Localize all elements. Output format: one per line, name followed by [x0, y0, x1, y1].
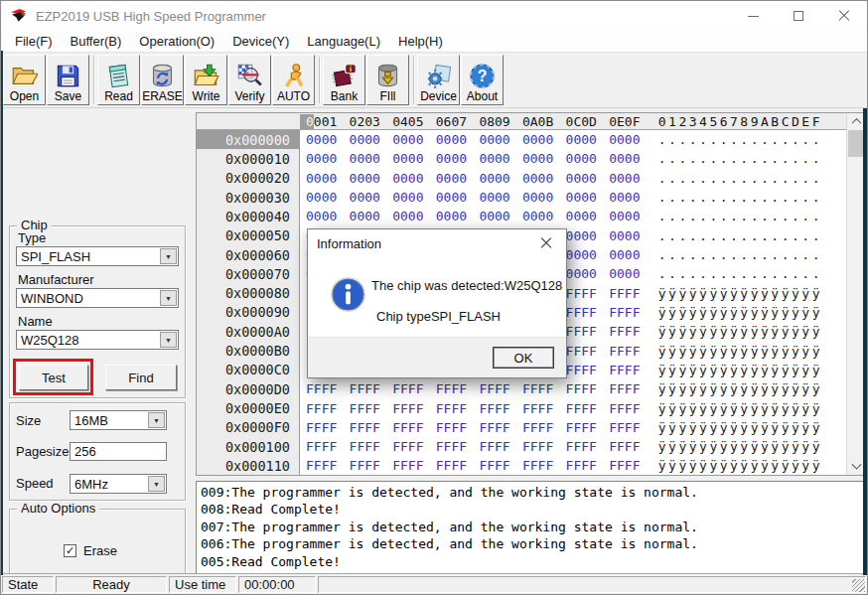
hex-cell[interactable]: 0000 — [603, 171, 647, 186]
hex-cell[interactable]: 0000 — [430, 151, 474, 166]
minimize-button[interactable] — [730, 1, 776, 31]
hex-cell[interactable]: 0000 — [473, 132, 516, 147]
hex-cell[interactable]: FFFF — [603, 439, 647, 454]
hex-cell[interactable]: FFFF — [516, 401, 560, 416]
hex-cell[interactable]: 0000 — [344, 190, 387, 205]
hex-cell[interactable]: FFFF — [560, 401, 604, 416]
toolbar-button-bank[interactable]: iBank — [323, 55, 365, 105]
hex-cell[interactable]: FFFF — [344, 439, 387, 454]
hex-cell[interactable]: FFFF — [344, 381, 387, 396]
chip-manufacturer-select[interactable]: WINBOND ▼ — [16, 288, 179, 308]
hex-cell[interactable]: FFFF — [560, 420, 604, 435]
hex-cell[interactable]: FFFF — [560, 381, 604, 396]
scrollbar-thumb[interactable] — [848, 130, 864, 157]
hex-cell[interactable]: FFFF — [603, 324, 647, 339]
hex-cell[interactable]: FFFF — [516, 420, 560, 435]
hex-cell[interactable]: 0000 — [516, 151, 560, 166]
hex-cell[interactable]: 0000 — [473, 171, 516, 186]
hex-cell[interactable]: FFFF — [386, 439, 430, 454]
chevron-down-icon[interactable]: ▼ — [160, 290, 177, 306]
hex-cell[interactable]: 0000 — [430, 190, 474, 205]
hex-cell[interactable]: FFFF — [603, 458, 647, 473]
close-button[interactable] — [821, 1, 867, 31]
maximize-button[interactable] — [776, 1, 821, 31]
hex-cell[interactable]: FFFF — [430, 439, 474, 454]
hex-cell[interactable]: 0000 — [603, 190, 647, 205]
hex-cell[interactable]: FFFF — [300, 439, 344, 454]
hex-cell[interactable]: 0000 — [386, 190, 430, 205]
toolbar-button-about[interactable]: ?About — [461, 55, 504, 105]
chevron-down-icon[interactable]: ▼ — [160, 248, 177, 264]
hex-cell[interactable]: FFFF — [473, 439, 516, 454]
toolbar-button-save[interactable]: Save — [47, 55, 89, 105]
hex-cell[interactable]: 0000 — [560, 209, 604, 223]
ok-button[interactable]: OK — [493, 347, 554, 369]
hex-cell[interactable]: 0000 — [344, 171, 387, 186]
hex-cell[interactable]: FFFF — [300, 458, 344, 473]
toolbar-button-write[interactable]: Write — [185, 55, 227, 105]
chevron-down-icon[interactable]: ▼ — [148, 476, 165, 492]
hex-cell[interactable]: 0000 — [386, 209, 430, 223]
hex-cell[interactable]: FFFF — [603, 381, 647, 396]
chip-name-select[interactable]: W25Q128 ▼ — [16, 330, 179, 350]
hex-cell[interactable]: FFFF — [386, 381, 430, 396]
hex-cell[interactable]: 0000 — [516, 132, 560, 147]
hex-cell[interactable]: FFFF — [603, 401, 647, 416]
hex-cell[interactable]: 0000 — [560, 190, 604, 205]
toolbar-button-read[interactable]: Read — [97, 55, 140, 105]
hex-cell[interactable]: FFFF — [300, 381, 344, 396]
toolbar-button-erase[interactable]: ERASE — [141, 55, 184, 105]
dialog-close-button[interactable] — [526, 229, 566, 257]
toolbar-button-auto[interactable]: AUTO — [272, 55, 315, 105]
hex-vertical-scrollbar[interactable] — [846, 113, 864, 475]
hex-cell[interactable]: 0000 — [344, 209, 387, 223]
pagesize-input[interactable]: 256 — [70, 442, 167, 461]
hex-cell[interactable]: 0000 — [430, 171, 474, 186]
hex-cell[interactable]: 0000 — [300, 151, 344, 166]
size-select[interactable]: 16MB ▼ — [70, 410, 167, 430]
toolbar-button-open[interactable]: Open — [3, 55, 46, 105]
hex-cell[interactable]: 0000 — [603, 209, 647, 223]
hex-cell[interactable]: 0000 — [430, 209, 474, 223]
menu-item-language[interactable]: Language(L) — [298, 31, 389, 52]
hex-cell[interactable]: FFFF — [430, 381, 474, 396]
chip-type-select[interactable]: SPI_FLASH ▼ — [16, 246, 179, 266]
toolbar-button-device[interactable]: Device — [417, 55, 460, 105]
hex-cell[interactable]: 0000 — [430, 132, 474, 147]
menu-item-buffer[interactable]: Buffer(B) — [62, 31, 131, 52]
hex-cell[interactable]: 0000 — [300, 190, 344, 205]
hex-cell[interactable]: 0000 — [560, 151, 604, 166]
hex-cell[interactable]: FFFF — [430, 401, 474, 416]
toolbar-button-fill[interactable]: FIll — [366, 55, 409, 105]
hex-cell[interactable]: 0000 — [560, 171, 604, 186]
hex-cell[interactable]: 0000 — [473, 209, 516, 223]
hex-cell[interactable]: FFFF — [430, 420, 474, 435]
hex-cell[interactable]: 0000 — [603, 266, 647, 281]
hex-cell[interactable]: FFFF — [473, 381, 516, 396]
hex-cell[interactable]: FFFF — [473, 401, 516, 416]
hex-cell[interactable]: 0000 — [300, 132, 344, 147]
hex-cell[interactable]: FFFF — [344, 458, 387, 473]
menu-item-help[interactable]: Help(H) — [389, 31, 452, 52]
hex-cell[interactable]: FFFF — [603, 305, 647, 320]
hex-cell[interactable]: 0000 — [603, 132, 647, 147]
hex-cell[interactable]: 0000 — [300, 209, 344, 223]
hex-cell[interactable]: 0000 — [386, 132, 430, 147]
hex-cell[interactable]: FFFF — [386, 401, 430, 416]
hex-cell[interactable]: FFFF — [386, 458, 430, 473]
menu-item-operation[interactable]: Operation(O) — [130, 31, 223, 52]
hex-cell[interactable]: 0000 — [516, 209, 560, 223]
chevron-down-icon[interactable]: ▼ — [148, 412, 165, 428]
hex-cell[interactable]: 0000 — [344, 151, 387, 166]
hex-cell[interactable]: 0000 — [473, 190, 516, 205]
find-button[interactable]: Find — [105, 365, 177, 390]
hex-cell[interactable]: 0000 — [344, 132, 387, 147]
hex-cell[interactable]: FFFF — [386, 420, 430, 435]
hex-cell[interactable]: FFFF — [300, 401, 344, 416]
hex-cell[interactable]: FFFF — [603, 286, 647, 301]
hex-cell[interactable]: FFFF — [516, 381, 560, 396]
menu-item-device[interactable]: Device(Y) — [223, 31, 298, 52]
hex-cell[interactable]: FFFF — [430, 458, 474, 473]
hex-cell[interactable]: FFFF — [344, 401, 387, 416]
hex-cell[interactable]: FFFF — [603, 420, 647, 435]
